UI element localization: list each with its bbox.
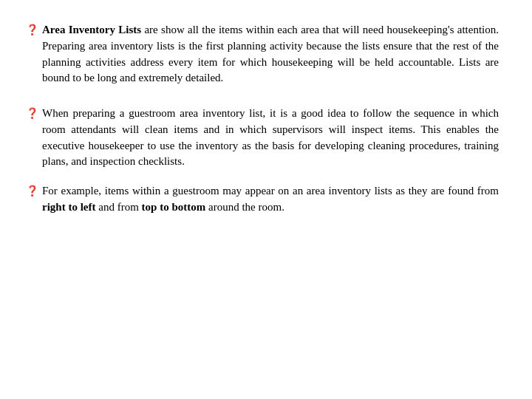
bullet3-after: around the room. — [205, 201, 284, 213]
bullet-text-3: For example, items within a guestroom ma… — [42, 183, 499, 216]
bullet-icon-1: ❓ — [26, 23, 42, 38]
bullet3-before: For example, items within a guestroom ma… — [42, 185, 499, 197]
area-inventory-lists-label: Area Inventory Lists — [42, 24, 141, 35]
bullet-icon-3: ❓ — [26, 184, 42, 199]
bullet-item-3: ❓ For example, items within a guestroom … — [26, 183, 499, 216]
bullet-text-1: Area Inventory Lists are show all the it… — [42, 22, 499, 86]
bullet-icon-2: ❓ — [26, 106, 42, 121]
bullet-item-2: ❓ When preparing a guestroom area invent… — [26, 106, 499, 170]
bullet-item-1: ❓ Area Inventory Lists are show all the … — [26, 22, 499, 86]
top-to-bottom-label: top to bottom — [142, 201, 206, 213]
bullet-text-2: When preparing a guestroom area inventor… — [42, 106, 499, 170]
right-to-left-label: right to left — [42, 201, 95, 213]
bullet3-mid: and from — [95, 201, 141, 213]
page-container: ❓ Area Inventory Lists are show all the … — [0, 0, 532, 399]
